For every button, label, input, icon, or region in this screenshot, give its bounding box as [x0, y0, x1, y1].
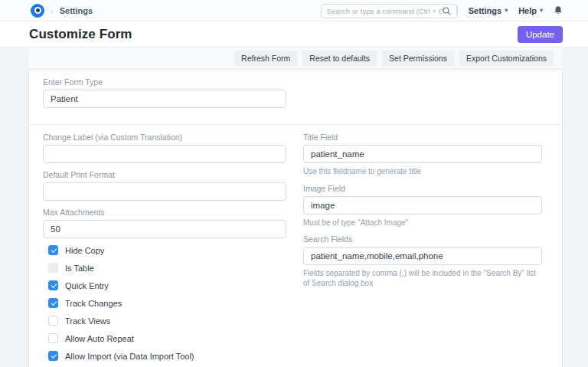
checkbox-icon — [48, 245, 58, 255]
checkbox-icon — [48, 351, 58, 361]
breadcrumb-chevron-icon: › — [51, 6, 54, 15]
left-column: Change Label (via Custom Translation) De… — [43, 133, 286, 367]
checkbox-label: Hide Copy — [65, 246, 104, 255]
search-fields-help: Fields separated by comma (,) will be in… — [303, 269, 542, 288]
export-customizations-button[interactable]: Export Customizations — [459, 51, 554, 66]
checkbox-list: Hide Copy Is Table Quick Entry Trac — [43, 245, 286, 367]
form-actions-toolbar: Refresh Form Reset to defaults Set Permi… — [28, 48, 563, 69]
settings-menu-label: Settings — [469, 6, 501, 15]
default-print-format-label: Default Print Format — [43, 170, 286, 179]
set-permissions-button[interactable]: Set Permissions — [382, 51, 454, 66]
properties-section: Change Label (via Custom Translation) De… — [29, 124, 562, 367]
app-logo-inner — [34, 7, 41, 14]
checkbox-label: Track Views — [65, 316, 110, 326]
max-attachments-field: Max Attachments — [43, 208, 286, 238]
title-field-field: Title Field Use this fieldname to genera… — [303, 133, 542, 177]
global-search[interactable] — [321, 4, 457, 18]
change-label-label: Change Label (via Custom Translation) — [43, 133, 286, 142]
breadcrumb[interactable]: Settings — [60, 6, 93, 15]
image-field-field: Image Field Must be of type "Attach Imag… — [303, 184, 542, 228]
change-label-input[interactable] — [43, 145, 286, 163]
content-area: Refresh Form Reset to defaults Set Permi… — [28, 48, 563, 367]
change-label-field: Change Label (via Custom Translation) — [43, 133, 286, 163]
chevron-down-icon: ▾ — [505, 7, 508, 14]
checkbox-icon — [48, 316, 58, 326]
checkbox-icon — [48, 333, 58, 343]
app-logo-core — [36, 8, 40, 12]
checkbox-label: Allow Auto Repeat — [65, 334, 134, 343]
form-type-input[interactable] — [43, 90, 286, 108]
hide-copy-checkbox[interactable]: Hide Copy — [48, 245, 286, 255]
image-field-help: Must be of type "Attach Image" — [303, 218, 542, 228]
notifications-bell-icon[interactable] — [554, 5, 563, 15]
chevron-down-icon: ▾ — [540, 7, 543, 14]
refresh-form-button[interactable]: Refresh Form — [234, 51, 297, 66]
search-input[interactable] — [327, 7, 443, 15]
page-head: Customize Form Update — [0, 21, 588, 48]
checkbox-label: Is Table — [65, 264, 94, 273]
default-print-format-field: Default Print Format — [43, 170, 286, 201]
form-type-field: Enter Form Type — [43, 77, 286, 108]
title-field-help: Use this fieldname to generate title — [303, 167, 542, 177]
checkbox-label: Track Changes — [65, 299, 122, 308]
allow-auto-repeat-checkbox[interactable]: Allow Auto Repeat — [48, 333, 286, 343]
help-menu[interactable]: Help ▾ — [518, 6, 543, 15]
title-field-label: Title Field — [303, 133, 542, 142]
track-changes-checkbox[interactable]: Track Changes — [48, 298, 286, 308]
update-button[interactable]: Update — [518, 26, 563, 43]
right-column: Title Field Use this fieldname to genera… — [303, 133, 542, 367]
max-attachments-input[interactable] — [43, 220, 286, 238]
quick-entry-checkbox[interactable]: Quick Entry — [48, 280, 286, 290]
page-title: Customize Form — [29, 27, 132, 42]
checkbox-label: Quick Entry — [65, 281, 109, 290]
checkbox-icon — [48, 280, 58, 290]
app-logo-icon[interactable] — [31, 4, 44, 18]
checkbox-icon — [48, 263, 58, 273]
search-fields-label: Search Fields — [303, 234, 542, 244]
title-field-input[interactable] — [303, 145, 542, 163]
form-type-label: Enter Form Type — [43, 77, 286, 87]
image-field-input[interactable] — [303, 196, 542, 215]
checkbox-label: Allow Import (via Data Import Tool) — [65, 352, 194, 361]
help-menu-label: Help — [518, 6, 537, 15]
max-attachments-label: Max Attachments — [43, 208, 286, 217]
track-views-checkbox[interactable]: Track Views — [48, 316, 286, 326]
navbar-right: A Settings ▾ Help ▾ — [446, 5, 563, 16]
search-fields-field: Search Fields Fields separated by comma … — [303, 234, 542, 288]
search-icon — [443, 7, 451, 15]
settings-menu[interactable]: Settings ▾ — [469, 6, 508, 15]
allow-import-checkbox[interactable]: Allow Import (via Data Import Tool) — [48, 351, 286, 361]
is-table-checkbox[interactable]: Is Table — [48, 263, 286, 273]
navbar: › Settings A Settings ▾ Help ▾ — [0, 0, 588, 21]
default-print-format-input[interactable] — [43, 182, 286, 201]
image-field-label: Image Field — [303, 184, 542, 193]
checkbox-icon — [48, 298, 58, 308]
search-fields-input[interactable] — [303, 247, 542, 265]
reset-to-defaults-button[interactable]: Reset to defaults — [302, 51, 377, 66]
customize-form-card: Enter Form Type Change Label (via Custom… — [28, 69, 563, 367]
form-type-section: Enter Form Type — [29, 70, 562, 124]
